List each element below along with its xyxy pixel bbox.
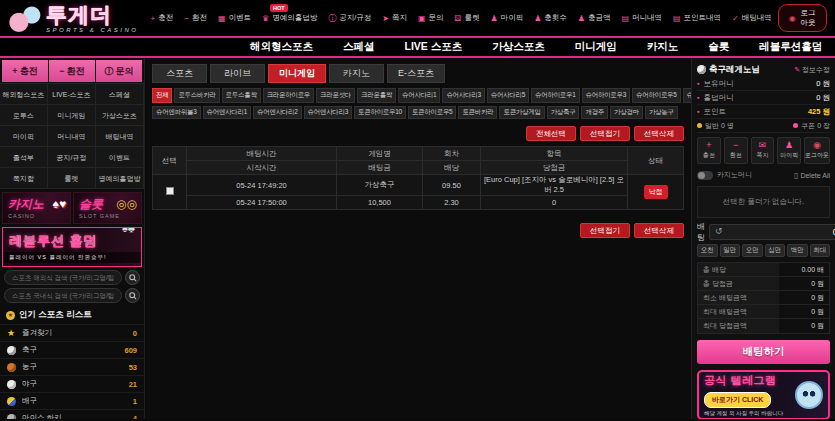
mini-game-filter[interactable]: 가상경마 (610, 106, 643, 119)
sidebar-menu-item[interactable]: 해외형스포츠 (0, 83, 48, 105)
history-action-button[interactable]: 선택삭제 (634, 223, 684, 238)
amount-shortcut-button[interactable]: 십만 (765, 244, 786, 257)
game-tab[interactable]: 라이브 (210, 64, 265, 83)
sidebar-action-button[interactable]: − 환전 (49, 60, 95, 82)
casino-banner[interactable]: ♠♥ 카지노 CASINO (2, 192, 71, 224)
search-button[interactable] (125, 270, 140, 285)
top-menu-item[interactable]: HOT ♟ 마이픽 (490, 13, 523, 23)
history-action-button[interactable]: 선택삭제 (634, 126, 684, 141)
top-menu-item[interactable]: HOT ➤ 쪽지 (382, 13, 407, 23)
sport-list-item[interactable]: 즐겨찾기 0 (0, 324, 144, 341)
history-action-button[interactable]: 선택접기 (580, 223, 630, 238)
mini-game-filter[interactable]: 크라운홀짝 (357, 88, 396, 103)
mini-game-filter[interactable]: 로투스바카라 (174, 88, 219, 103)
top-menu-item[interactable]: HOT ♛ 명예의홀덤방 (262, 13, 317, 23)
sport-list-item[interactable]: 아이스 하키 4 (0, 409, 144, 419)
mini-game-filter[interactable]: 가상축구 (547, 106, 580, 119)
mini-game-filter[interactable]: 토큰가상게임 (499, 106, 544, 119)
sidebar-menu-item[interactable]: 마이픽 (0, 125, 48, 147)
mini-game-filter[interactable]: 슈어엔사다리1 (203, 106, 252, 119)
nav-item[interactable]: LIVE 스포츠 (405, 40, 463, 54)
sidebar-menu-item[interactable]: 이벤트 (95, 146, 144, 168)
top-menu-item[interactable]: HOT ♟ 충횟수 (534, 13, 567, 23)
mini-game-filter[interactable]: 슈어사다리5 (487, 88, 529, 103)
nav-item[interactable]: 가상스포츠 (492, 40, 545, 54)
sidebar-menu-item[interactable]: 미니게임 (47, 104, 96, 126)
mini-game-filter[interactable]: 가상농구 (645, 106, 678, 119)
mini-game-filter[interactable]: 개경주 (581, 106, 608, 119)
amount-shortcut-button[interactable]: 오만 (742, 244, 763, 257)
top-menu-item[interactable]: HOT − 환전 (184, 13, 207, 23)
mini-game-filter[interactable]: 토큰바카라 (458, 106, 497, 119)
mini-game-filter[interactable]: 전체 (152, 88, 172, 103)
top-menu-item[interactable]: HOT + 충전 (151, 13, 174, 23)
game-tab[interactable]: 미니게임 (268, 64, 326, 83)
sidebar-menu-item[interactable]: 명예의홀덤방 (95, 167, 144, 189)
sidebar-menu-item[interactable]: 쪽지함 (0, 167, 48, 189)
top-menu-item[interactable]: HOT ▣ 문의 (418, 13, 444, 23)
telegram-banner[interactable]: 공식 텔레그램 바로가기 CLICK 해당 계정 외 사칭 주의 바랍니다 (697, 370, 830, 419)
sidebar-menu-item[interactable]: 머니내역 (47, 125, 96, 147)
sidebar-menu-item[interactable]: 룰렛 (47, 167, 96, 189)
delete-all-button[interactable]: Delete All (800, 172, 830, 179)
bet-amount-input[interactable] (727, 227, 835, 237)
mini-game-filter[interactable]: 토큰하이로우10 (354, 106, 406, 119)
nav-item[interactable]: 카지노 (647, 40, 679, 54)
sport-list-item[interactable]: 축구 609 (0, 341, 144, 358)
sport-list-item[interactable]: 야구 21 (0, 375, 144, 392)
history-action-button[interactable]: 전체선택 (526, 126, 576, 141)
top-menu-item[interactable]: HOT ⚄ 룰렛 (455, 13, 480, 23)
sidebar-menu-item[interactable]: 배팅내역 (95, 125, 144, 147)
quick-button[interactable]: ✉ 쪽지 (751, 137, 775, 164)
nav-item[interactable]: 미니게임 (575, 40, 617, 54)
mini-game-filter[interactable]: 슈어엔파워볼1 (683, 88, 691, 103)
sidebar-menu-item[interactable]: 가상스포츠 (95, 104, 144, 126)
mini-game-filter[interactable]: 슈어사다리3 (442, 88, 484, 103)
nav-item[interactable]: 슬롯 (708, 40, 729, 54)
sidebar-action-button[interactable]: ⓘ 문의 (96, 60, 142, 82)
amount-shortcut-button[interactable]: 오천 (697, 244, 718, 257)
top-menu-item[interactable]: HOT ⓘ 공지/규정 (328, 13, 371, 24)
place-bet-button[interactable]: 배팅하기 (697, 340, 830, 364)
history-action-button[interactable]: 선택접기 (580, 126, 630, 141)
edit-info-button[interactable]: ✎ 정보수정 (794, 65, 830, 75)
amount-shortcut-button[interactable]: 백만 (787, 244, 808, 257)
logout-button[interactable]: ◉ 로그아웃 (778, 4, 827, 32)
sidebar-action-button[interactable]: + 충전 (2, 60, 48, 82)
casino-money-toggle[interactable] (697, 171, 713, 180)
sport-list-item[interactable]: 농구 53 (0, 358, 144, 375)
game-tab[interactable]: 스포츠 (152, 64, 207, 83)
mini-game-filter[interactable]: 슈어엔사다리3 (304, 106, 353, 119)
search-button[interactable] (125, 288, 140, 303)
top-menu-item[interactable]: HOT ▤ 머니내역 (621, 13, 662, 23)
nav-item[interactable]: 해외형스포츠 (250, 40, 313, 54)
mini-game-filter[interactable]: 슈어사다리1 (398, 88, 440, 103)
mini-game-filter[interactable]: 슈어하이로우1 (531, 88, 580, 103)
mini-game-filter[interactable]: 슈어하이로우3 (582, 88, 631, 103)
sport-list-item[interactable]: 배구 1 (0, 392, 144, 409)
nav-item[interactable]: 레볼루션홀덤 (759, 40, 822, 54)
sidebar-menu-item[interactable]: 스페셜 (95, 83, 144, 105)
top-menu-item[interactable]: HOT ✓ 배팅내역 (732, 13, 772, 23)
sidebar-menu-item[interactable]: 공지/규정 (47, 146, 96, 168)
holdem-banner[interactable]: 레볼루션 홀덤 ♠♣ 플레이어 VS 플레이어 한판승부! (2, 227, 142, 267)
row-checkbox[interactable] (166, 187, 174, 195)
sidebar-menu-item[interactable]: 로투스 (0, 104, 48, 126)
mini-game-filter[interactable]: 로투스홀짝 (222, 88, 261, 103)
slot-banner[interactable]: ◎◎ 슬롯 SLOT GAME (73, 192, 142, 224)
top-menu-item[interactable]: HOT ▤ 포인트내역 (673, 13, 721, 23)
quick-button[interactable]: + 충전 (697, 137, 721, 164)
nav-item[interactable]: 스페셜 (343, 40, 375, 54)
quick-button[interactable]: − 환전 (724, 137, 748, 164)
quick-button[interactable]: ◉ 로그아웃 (804, 137, 830, 164)
telegram-link-button[interactable]: 바로가기 CLICK (704, 392, 771, 408)
top-menu-item[interactable]: HOT ♟ 충금액 (578, 13, 611, 23)
mini-game-filter[interactable]: 크라운하이로우 (263, 88, 314, 103)
top-menu-item[interactable]: HOT ▦ 이벤트 (218, 13, 251, 23)
mini-game-filter[interactable]: 크라운섯다 (316, 88, 355, 103)
mini-game-filter[interactable]: 토큰하이로우5 (408, 106, 457, 119)
game-tab[interactable]: E-스포츠 (387, 64, 445, 83)
site-logo[interactable]: 투게더 SPORTS & CASINO (8, 4, 151, 33)
mini-game-filter[interactable]: 슈어엔사다리2 (253, 106, 302, 119)
quick-button[interactable]: ♟ 마이픽 (777, 137, 801, 164)
